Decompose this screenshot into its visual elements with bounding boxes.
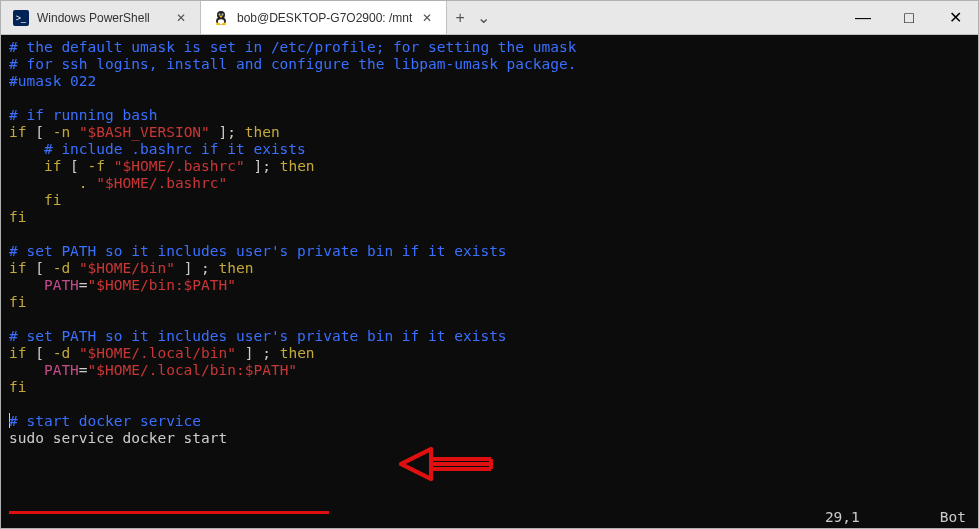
tab-actions: + ⌄ bbox=[447, 1, 497, 34]
terminal-line: #umask 022 bbox=[9, 73, 970, 90]
terminal-line: # the default umask is set in /etc/profi… bbox=[9, 39, 970, 56]
scroll-position: Bot bbox=[940, 509, 966, 526]
close-icon[interactable]: ✕ bbox=[420, 9, 434, 27]
tab-dropdown-button[interactable]: ⌄ bbox=[477, 8, 490, 27]
tab-powershell[interactable]: >_ Windows PowerShell ✕ bbox=[1, 1, 201, 34]
svg-point-6 bbox=[222, 14, 223, 15]
terminal-line: PATH="$HOME/.local/bin:$PATH" bbox=[9, 362, 970, 379]
tabs: >_ Windows PowerShell ✕ bob@DESKTOP-G7O2… bbox=[1, 1, 840, 34]
terminal-line: sudo service docker start bbox=[9, 430, 970, 447]
tab-label: Windows PowerShell bbox=[37, 11, 150, 25]
new-tab-button[interactable]: + bbox=[455, 9, 464, 27]
terminal-line: # set PATH so it includes user's private… bbox=[9, 243, 970, 260]
terminal[interactable]: # the default umask is set in /etc/profi… bbox=[1, 35, 978, 529]
svg-point-8 bbox=[216, 22, 220, 24]
terminal-line: if [ -f "$HOME/.bashrc" ]; then bbox=[9, 158, 970, 175]
terminal-line: # set PATH so it includes user's private… bbox=[9, 328, 970, 345]
terminal-line: fi bbox=[9, 192, 970, 209]
minimize-button[interactable]: — bbox=[840, 1, 886, 34]
terminal-line bbox=[9, 311, 970, 328]
svg-point-9 bbox=[222, 22, 226, 24]
svg-point-7 bbox=[220, 15, 223, 17]
terminal-line: . "$HOME/.bashrc" bbox=[9, 175, 970, 192]
terminal-line: if [ -d "$HOME/bin" ] ; then bbox=[9, 260, 970, 277]
tab-wsl[interactable]: bob@DESKTOP-G7O2900: /mnt ✕ bbox=[201, 1, 447, 34]
terminal-line: fi bbox=[9, 294, 970, 311]
terminal-line: # start docker service bbox=[9, 413, 970, 430]
titlebar: >_ Windows PowerShell ✕ bob@DESKTOP-G7O2… bbox=[1, 1, 978, 35]
tab-label: bob@DESKTOP-G7O2900: /mnt bbox=[237, 11, 412, 25]
close-icon[interactable]: ✕ bbox=[174, 9, 188, 27]
terminal-line: fi bbox=[9, 209, 970, 226]
vim-statusline: 29,1 Bot bbox=[825, 509, 966, 526]
powershell-icon: >_ bbox=[13, 10, 29, 26]
terminal-line: # for ssh logins, install and configure … bbox=[9, 56, 970, 73]
terminal-line: PATH="$HOME/bin:$PATH" bbox=[9, 277, 970, 294]
terminal-line: # include .bashrc if it exists bbox=[9, 141, 970, 158]
terminal-line: # if running bash bbox=[9, 107, 970, 124]
maximize-button[interactable]: □ bbox=[886, 1, 932, 34]
close-button[interactable]: ✕ bbox=[932, 1, 978, 34]
terminal-line: if [ -d "$HOME/.local/bin" ] ; then bbox=[9, 345, 970, 362]
terminal-line bbox=[9, 396, 970, 413]
terminal-line: if [ -n "$BASH_VERSION" ]; then bbox=[9, 124, 970, 141]
window-controls: — □ ✕ bbox=[840, 1, 978, 34]
annotation-underline bbox=[9, 511, 329, 514]
terminal-line bbox=[9, 226, 970, 243]
terminal-line bbox=[9, 90, 970, 107]
cursor-position: 29,1 bbox=[825, 509, 860, 526]
tux-icon bbox=[213, 10, 229, 26]
svg-point-5 bbox=[219, 14, 220, 15]
terminal-line: fi bbox=[9, 379, 970, 396]
